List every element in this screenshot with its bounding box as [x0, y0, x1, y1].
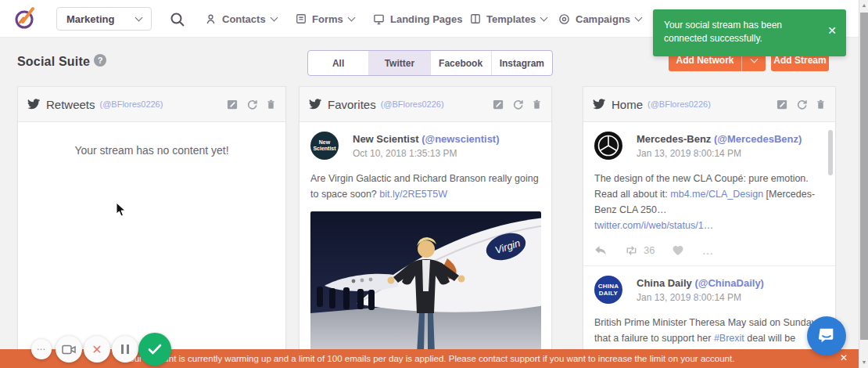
toast-close-icon[interactable]: ✕ — [827, 19, 837, 56]
stream-title: Favorites — [328, 98, 376, 111]
twitter-icon — [27, 99, 40, 110]
tab-all[interactable]: All — [308, 51, 369, 75]
chevron-down-icon — [270, 14, 278, 22]
tweet-mercedes-benz[interactable]: Mercedes-Benz (@MercedesBenz) Jan 13, 20… — [583, 122, 835, 262]
avatar-text: DAILY — [599, 290, 618, 297]
trash-icon[interactable] — [266, 99, 276, 110]
stream-column-retweets: Retweets (@BFlores0226) Your stream has … — [17, 86, 286, 368]
live-chat-button[interactable] — [807, 316, 846, 355]
twitter-icon — [593, 99, 605, 110]
compose-icon[interactable] — [493, 99, 504, 110]
compose-icon[interactable] — [227, 99, 239, 110]
nav-item-campaigns[interactable]: Campaigns — [558, 0, 641, 38]
add-network-dropdown[interactable] — [742, 59, 766, 62]
column-scrollbar-thumb[interactable] — [828, 130, 833, 175]
tweet-author: Mercedes-Benz (@MercedesBenz) — [637, 133, 802, 145]
tweet-new-scientist[interactable]: New Scientist New Scientist (@newscienti… — [299, 122, 551, 368]
tweet-author: New Scientist (@newscientist) — [353, 133, 500, 145]
avatar-mercedes-benz[interactable] — [594, 132, 622, 160]
author-handle-link[interactable]: (@newscientist) — [421, 133, 499, 145]
avatar-new-scientist[interactable]: New Scientist — [310, 132, 339, 160]
author-handle-link[interactable]: (@ChinaDaily) — [694, 277, 764, 289]
recorder-cancel-button[interactable]: ✕ — [84, 336, 110, 363]
camera-icon — [62, 345, 76, 355]
success-toast: Your social stream has been connected su… — [653, 9, 846, 56]
tweet-author: China Daily (@ChinaDaily) — [637, 277, 764, 289]
chevron-down-icon — [347, 14, 355, 22]
recorder-finish-button[interactable] — [138, 333, 171, 366]
app-switcher-marketing[interactable]: Marketing — [56, 7, 152, 31]
tweet-timestamp: Jan 13, 2019 8:00:14 PM — [637, 148, 802, 159]
window-scrollbar[interactable]: ▲ ▼ — [859, 0, 868, 368]
like-icon[interactable] — [672, 245, 684, 256]
refresh-icon[interactable] — [246, 99, 258, 110]
refresh-icon[interactable] — [512, 99, 524, 110]
close-icon: ✕ — [91, 342, 102, 357]
app-window: Marketing Contacts Forms Landing Pages — [0, 0, 868, 368]
stream-header: Home (@BFlores0226) — [583, 87, 835, 122]
nav-item-forms[interactable]: Forms — [296, 0, 354, 38]
stream-account-handle[interactable]: (@BFlores0226) — [100, 99, 163, 109]
stream-title: Retweets — [46, 98, 95, 111]
banner-close-icon[interactable]: ✕ — [840, 352, 848, 363]
recorder-camera-button[interactable] — [56, 336, 82, 363]
chevron-down-icon — [540, 14, 548, 22]
tweet-link[interactable]: bit.ly/2RE5T5W — [379, 189, 447, 200]
stream-column-home: Home (@BFlores0226) — [583, 86, 836, 368]
stream-account-handle[interactable]: (@BFlores0226) — [647, 99, 711, 109]
refresh-icon[interactable] — [796, 99, 808, 110]
tab-twitter[interactable]: Twitter — [369, 51, 430, 75]
tweet-link[interactable]: twitter.com/i/web/status/1… — [594, 220, 713, 231]
stream-header: Favorites (@BFlores0226) — [299, 87, 551, 122]
stream-title: Home — [612, 98, 643, 111]
recorder-menu-button[interactable]: … — [31, 339, 52, 359]
tweet-timestamp: Jan 13, 2019 8:00:14 PM — [637, 292, 764, 303]
help-icon[interactable]: ? — [94, 54, 106, 67]
author-name: New Scientist — [353, 133, 419, 145]
tweet-actions: 36 … — [594, 244, 824, 256]
tweet-text: Are Virgin Galactic and Richard Branson … — [310, 171, 540, 202]
tweet-hashtag-link[interactable]: #Brexit — [714, 333, 744, 344]
nav-item-contacts[interactable]: Contacts — [205, 0, 277, 38]
mercedes-star-icon — [597, 134, 620, 157]
more-icon[interactable]: … — [701, 248, 713, 253]
avatar-china-daily[interactable]: CHINA DAILY — [594, 276, 622, 304]
stream-account-handle[interactable]: (@BFlores0226) — [381, 99, 444, 109]
tab-facebook[interactable]: Facebook — [431, 51, 492, 75]
tweet-image-virgin-galactic[interactable]: Virgin — [310, 211, 541, 368]
trash-icon[interactable] — [532, 99, 542, 110]
pause-icon — [121, 345, 129, 354]
person-icon — [205, 13, 217, 25]
empty-stream-message: Your stream has no content yet! — [18, 144, 285, 157]
reply-icon[interactable] — [594, 245, 607, 256]
nav-item-label: Contacts — [222, 13, 266, 25]
column-scrollbar[interactable] — [828, 126, 833, 330]
nav-item-templates[interactable]: Templates — [470, 0, 547, 38]
scroll-up-arrow[interactable]: ▲ — [859, 0, 868, 11]
author-handle-link[interactable]: (@MercedesBenz) — [714, 133, 802, 145]
tab-instagram[interactable]: Instagram — [492, 51, 552, 75]
page-title: Social Suite — [17, 55, 90, 69]
tweet-link[interactable]: mb4.me/CLA_Design — [670, 189, 763, 200]
template-icon — [470, 13, 481, 24]
campaign-icon — [558, 13, 570, 25]
check-icon — [148, 344, 162, 355]
app-switcher-label: Marketing — [66, 13, 114, 25]
stream-body: New Scientist New Scientist (@newscienti… — [299, 122, 551, 368]
brand-logo-icon[interactable] — [13, 6, 39, 31]
retweet-count: 36 — [644, 244, 655, 256]
stream-body: Your stream has no content yet! — [18, 122, 285, 368]
toast-message: Your social stream has been connected su… — [664, 19, 812, 56]
tweet-text: The design of the new CLA Coupé: pure em… — [594, 171, 824, 233]
scroll-down-arrow[interactable]: ▼ — [859, 357, 868, 368]
retweet-icon[interactable] — [624, 245, 639, 256]
trash-icon[interactable] — [816, 99, 826, 110]
nav-item-label: Campaigns — [576, 13, 630, 25]
twitter-icon — [309, 99, 321, 110]
search-icon[interactable] — [169, 11, 186, 28]
compose-icon[interactable] — [777, 99, 788, 110]
recorder-pause-button[interactable] — [112, 336, 138, 363]
scrollbar-thumb[interactable] — [860, 13, 868, 340]
nav-item-landing-pages[interactable]: Landing Pages — [373, 0, 462, 38]
avatar-text: New — [319, 139, 330, 146]
